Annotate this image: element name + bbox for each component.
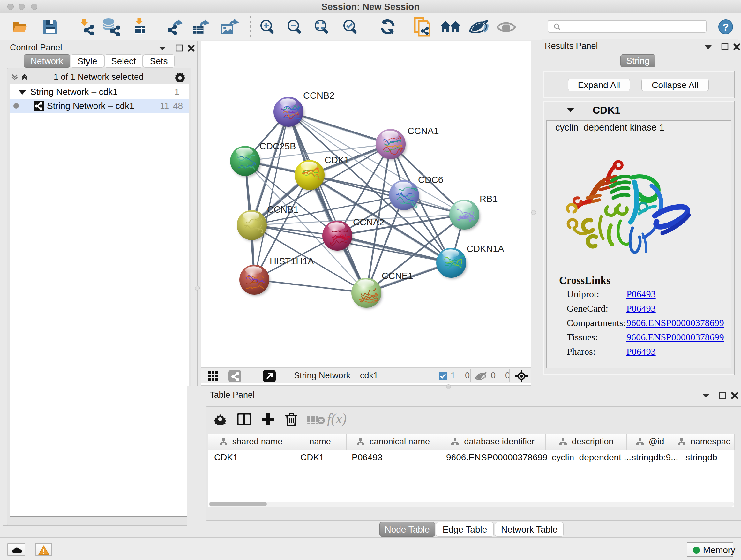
- svg-text:CCNA2: CCNA2: [353, 217, 384, 227]
- svg-text:CCNB1: CCNB1: [267, 204, 298, 214]
- svg-text:CDKN1A: CDKN1A: [467, 244, 504, 254]
- svg-text:CDK1: CDK1: [325, 155, 349, 165]
- svg-text:CCNE1: CCNE1: [382, 271, 413, 281]
- svg-text:CDC25B: CDC25B: [259, 141, 296, 151]
- svg-text:CCNB2: CCNB2: [303, 90, 334, 101]
- svg-text:CCNA1: CCNA1: [408, 126, 439, 136]
- svg-text:HIST1H1A: HIST1H1A: [270, 256, 314, 266]
- svg-text:RB1: RB1: [480, 194, 497, 204]
- svg-text:CDC6: CDC6: [418, 175, 443, 185]
